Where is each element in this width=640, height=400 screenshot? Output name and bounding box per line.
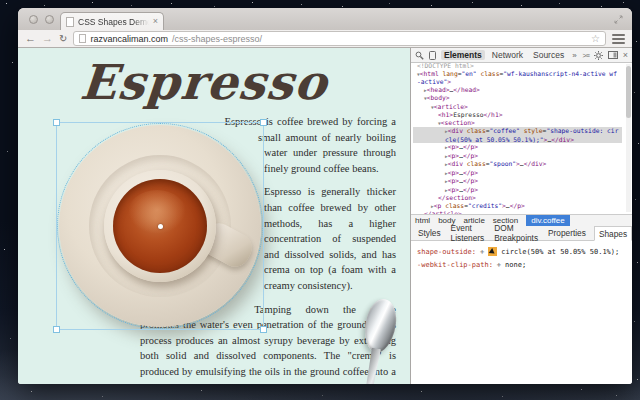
tab-title: CSS Shapes Demo - Espre <box>78 17 149 27</box>
forward-button[interactable]: → <box>42 33 53 44</box>
more-tabs-chevron[interactable]: » <box>572 51 576 60</box>
dom-tree-node[interactable]: </article> <box>413 210 622 214</box>
sidebar-tabs: StylesEvent ListenersDOM BreakpointsProp… <box>411 226 632 241</box>
sidebar-tab-dom-breakpoints[interactable]: DOM Breakpoints <box>492 226 540 240</box>
inspect-element-icon[interactable] <box>415 51 424 60</box>
breadcrumb-item[interactable]: html <box>415 215 430 226</box>
chrome-menu-icon[interactable] <box>612 34 625 44</box>
shape-editor-handle[interactable] <box>260 119 267 126</box>
shape-picker-icon[interactable] <box>488 247 497 256</box>
tab-favicon-icon <box>66 17 74 27</box>
cursor-icon <box>489 248 497 256</box>
dom-tree-node[interactable]: ▶<div class="coffee" style="shape-outsid… <box>413 127 622 143</box>
dom-tree-node[interactable]: <h1>Espresso</h1> <box>413 111 622 119</box>
dom-tree-node[interactable]: ▼<html lang="en" class="wf-kaushanscript… <box>413 70 622 86</box>
devtools-tab-network[interactable]: Network <box>489 50 526 60</box>
browser-tab[interactable]: CSS Shapes Demo - Espre × <box>60 12 164 30</box>
shapes-panel-rows: shape-outside:+circle(50% at 50.05% 50.1… <box>411 241 632 280</box>
page-title: Espresso <box>18 52 393 112</box>
console-drawer-icon[interactable]: >≡ <box>583 52 589 59</box>
sidebar-tab-properties[interactable]: Properties <box>546 226 588 240</box>
dom-tree-node[interactable]: ▼<article> <box>413 103 622 112</box>
dom-tree-node[interactable]: ▶<div class="spoon">…</div> <box>413 160 622 169</box>
dom-tree-node[interactable]: ▶<p>…</p> <box>413 186 622 195</box>
url-path: /css-shapes-espresso/ <box>172 34 262 44</box>
settings-gear-icon[interactable] <box>594 51 603 60</box>
browser-window: CSS Shapes Demo - Espre × ← → ↻ razvanca… <box>18 8 632 384</box>
bookmark-star-icon[interactable]: ☆ <box>591 34 600 44</box>
shape-editor-center-point[interactable] <box>158 224 163 229</box>
shape-editor-handle[interactable] <box>53 326 60 333</box>
desktop-stars <box>0 0 1 1</box>
devtools-tab-elements[interactable]: Elements <box>441 50 485 60</box>
back-button[interactable]: ← <box>25 33 36 44</box>
dom-tree-node[interactable]: ▼<body> <box>413 94 622 103</box>
dom-tree-node[interactable]: ▶<p>…</p> <box>413 177 622 186</box>
shape-property-row: shape-outside:+circle(50% at 50.05% 50.1… <box>417 247 626 256</box>
tab-strip: CSS Shapes Demo - Espre × <box>18 8 632 30</box>
article-copy: Espresso is coffee brewed by forcing a s… <box>18 114 410 384</box>
devtools-close-icon[interactable]: × <box>623 50 628 60</box>
page-icon <box>79 34 86 43</box>
address-bar[interactable]: razvancaliman.com/css-shapes-espresso/ ☆ <box>73 31 606 46</box>
dom-tree-node[interactable]: ▶<p>…</p> <box>413 143 622 152</box>
dom-tree-node[interactable]: ▶<p class="credits">…</p> <box>413 202 622 211</box>
shape-property-row: -webkit-clip-path:+none; <box>417 261 626 269</box>
devtools-tabs: ElementsNetworkSources <box>441 50 567 60</box>
css-property-name: shape-outside: <box>417 248 476 256</box>
dom-tree-node[interactable]: ▶<p>…</p> <box>413 169 622 178</box>
browser-toolbar: ← → ↻ razvancaliman.com/css-shapes-espre… <box>18 30 632 48</box>
shape-editor-handle[interactable] <box>53 119 60 126</box>
css-property-value[interactable]: circle(50% at 50.05% 50.1%); <box>501 248 619 256</box>
sidebar-tab-shapes[interactable]: Shapes <box>594 226 632 241</box>
tab-close-icon[interactable]: × <box>153 17 158 26</box>
dom-tree-node[interactable]: ▼<section> <box>413 119 622 128</box>
page-viewport: Espresso <box>18 48 410 384</box>
dock-side-icon[interactable] <box>608 51 618 59</box>
devtools-toolbar: ElementsNetworkSources » >≡ × <box>411 48 632 63</box>
devtools-panel: ElementsNetworkSources » >≡ × <!DOCTYPE … <box>410 48 632 384</box>
dom-tree-node[interactable]: </section> <box>413 194 622 202</box>
dom-tree-node[interactable]: ▶<p>…</p> <box>413 152 622 161</box>
add-shape-button[interactable]: + <box>497 261 501 269</box>
url-domain: razvancaliman.com <box>90 34 168 44</box>
scrollbar-thumb[interactable] <box>626 66 631 118</box>
sidebar-tab-event-listeners[interactable]: Event Listeners <box>449 226 487 240</box>
dom-tree: <!DOCTYPE html>▼<html lang="en" class="w… <box>411 63 632 214</box>
css-property-name: -webkit-clip-path: <box>417 261 493 269</box>
fullscreen-icon[interactable] <box>614 15 623 24</box>
close-window-button[interactable] <box>29 15 38 24</box>
sidebar-tab-styles[interactable]: Styles <box>416 226 443 240</box>
shape-editor-handle[interactable] <box>260 326 267 333</box>
css-property-value[interactable]: none; <box>505 261 526 269</box>
reload-button[interactable]: ↻ <box>59 34 67 44</box>
dom-tree-scrollbar[interactable] <box>626 64 631 212</box>
minimize-window-button[interactable] <box>45 15 54 24</box>
coffee-cup-image <box>56 122 264 330</box>
dom-tree-node[interactable]: ▶<head>…</head> <box>413 86 622 95</box>
devtools-tab-sources[interactable]: Sources <box>530 50 567 60</box>
add-shape-button[interactable]: + <box>480 248 484 256</box>
device-mode-icon[interactable] <box>429 51 436 60</box>
